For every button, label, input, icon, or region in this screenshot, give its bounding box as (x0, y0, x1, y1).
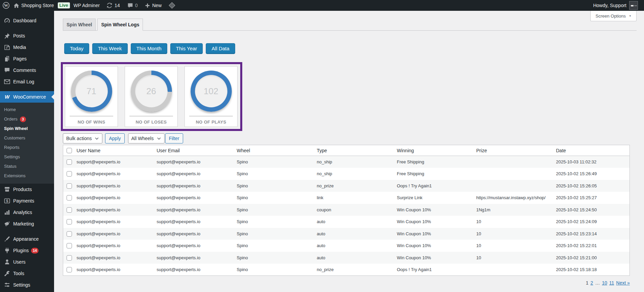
tools-icon (4, 270, 10, 277)
stat-divider (129, 116, 173, 116)
page-link-2[interactable]: 2 (591, 280, 593, 286)
sidebar-item-posts[interactable]: Posts (0, 30, 54, 42)
row-checkbox[interactable] (67, 219, 72, 224)
donut-chart: 102 (191, 71, 232, 112)
row-checkbox[interactable] (67, 231, 72, 237)
avatar (629, 1, 638, 10)
tab-spin-wheel-logs[interactable]: Spin Wheel Logs (97, 19, 143, 31)
comments-bubble-icon (127, 3, 133, 8)
cell-user-email: support@wpexperts.io (153, 228, 233, 240)
cell-winning: Win Coupon 10% (394, 204, 473, 216)
spin-wheel-logs-table: User NameUser EmailWheelTypeWinningPrize… (63, 145, 630, 276)
filter-button-all-data[interactable]: All Data (206, 43, 235, 54)
tab-spin-wheel[interactable]: Spin Wheel (63, 19, 96, 31)
filter-button-this-year[interactable]: This Year (170, 43, 203, 54)
submenu-item-spin-wheel[interactable]: Spin Wheel (0, 124, 54, 133)
updates-indicator[interactable]: 14 (104, 0, 123, 11)
cell-prize: 10 (473, 252, 553, 264)
submenu-item-extensions[interactable]: Extensions (0, 171, 54, 181)
plugins-icon (4, 247, 10, 254)
select-all-checkbox[interactable] (67, 148, 72, 153)
page-ellipsis: … (595, 280, 600, 286)
submenu-item-settings[interactable]: Settings (0, 152, 54, 162)
pagination: 12…1011Next » (63, 280, 630, 286)
row-checkbox[interactable] (67, 207, 72, 213)
row-checkbox[interactable] (67, 171, 72, 177)
sidebar-item-label: Products (13, 187, 32, 192)
sidebar-item-label: Pages (13, 56, 27, 61)
cell-date: 2025-10-02 15:24:50 (553, 204, 630, 216)
sidebar-item-appearance[interactable]: Appearance (0, 233, 54, 245)
cell-user-email: support@wpexperts.io (153, 216, 233, 228)
cell-date: 2025-10-02 15:25:27 (553, 192, 630, 204)
row-checkbox[interactable] (67, 159, 72, 165)
filter-button-today[interactable]: Today (64, 43, 89, 54)
cell-user-name: support@wpexperts.io (73, 240, 153, 252)
sidebar-item-tools[interactable]: Tools (0, 268, 54, 279)
sidebar-item-pages[interactable]: Pages (0, 53, 54, 64)
sidebar-item-email-log[interactable]: Email Log (0, 76, 54, 87)
comments-indicator[interactable]: 0 (125, 0, 141, 11)
sidebar-item-dashboard[interactable]: Dashboard (0, 15, 54, 26)
sidebar-item-settings[interactable]: Settings (0, 279, 54, 291)
cell-wheel: Spino (233, 240, 314, 252)
site-name-link[interactable]: Shopping Store (12, 0, 57, 11)
new-button[interactable]: New (142, 0, 164, 11)
sidebar-item-users[interactable]: Users (0, 256, 54, 268)
submenu-item-reports[interactable]: Reports (0, 143, 54, 152)
filter-button-this-month[interactable]: This Month (131, 43, 167, 54)
sidebar-item-media[interactable]: Media (0, 42, 54, 53)
cell-wheel: Spino (233, 264, 314, 276)
cell-prize: https://mustansar.instawp.xyz/shop/ (473, 192, 553, 204)
sidebar-item-comments[interactable]: Comments (0, 64, 54, 76)
screen-options-button[interactable]: Screen Options ▼ (590, 11, 637, 21)
admin-bar: W Shopping Store Live WP Adminer 14 0 (0, 0, 644, 11)
instawp-menu[interactable] (166, 0, 178, 11)
page-link-11[interactable]: 11 (609, 280, 614, 286)
wordpress-logo-menu[interactable]: W (0, 0, 12, 11)
page-link-next-[interactable]: Next » (616, 280, 630, 286)
stat-divider (70, 116, 113, 116)
submenu-item-status[interactable]: Status (0, 162, 54, 171)
row-checkbox[interactable] (67, 267, 72, 272)
chevron-down-icon (157, 137, 161, 140)
stats-box: 71NO OF WINS26NO OF LOSES102NO OF PLAYS (61, 62, 242, 131)
filter-button[interactable]: Filter (165, 133, 183, 143)
bulk-actions-select[interactable]: Bulk actions (63, 133, 102, 143)
sidebar-item-plugins[interactable]: Plugins14 (0, 245, 54, 256)
cell-user-name: support@wpexperts.io (73, 168, 153, 180)
cell-type: coupon (314, 204, 394, 216)
wheel-filter-select[interactable]: All Wheels (128, 133, 165, 143)
sidebar-item-marketing[interactable]: Marketing (0, 218, 54, 230)
submenu-item-customers[interactable]: Customers (0, 133, 54, 143)
cell-date: 2025-10-02 15:23:14 (553, 228, 630, 240)
woocommerce-icon: W (4, 94, 10, 100)
cell-user-email: support@wpexperts.io (153, 252, 233, 264)
account-menu[interactable]: Howdy, Support (593, 1, 644, 10)
sidebar-item-woocommerce[interactable]: WWooCommerce (0, 91, 54, 103)
sidebar-item-analytics[interactable]: Analytics (0, 207, 54, 218)
stat-label: NO OF WINS (65, 120, 118, 125)
filter-button-this-week[interactable]: This Week (92, 43, 128, 54)
row-checkbox[interactable] (67, 255, 72, 261)
submenu-item-orders[interactable]: Orders3 (0, 114, 54, 124)
cell-type: no_prize (314, 264, 394, 276)
sidebar-item-label: Comments (13, 68, 36, 73)
row-checkbox[interactable] (67, 195, 72, 201)
donut-value: 26 (135, 75, 168, 107)
row-checkbox[interactable] (67, 183, 72, 189)
submenu-item-home[interactable]: Home (0, 105, 54, 114)
sidebar-item-payments[interactable]: $Payments (0, 195, 54, 207)
submenu-item-label: Spin Wheel (4, 126, 28, 132)
cell-winning: Surprize Link (394, 192, 473, 204)
home-icon (14, 3, 19, 8)
page-link-10[interactable]: 10 (602, 280, 607, 286)
comments-icon (4, 67, 10, 74)
cell-wheel: Spino (233, 252, 314, 264)
sidebar-item-label: Tools (13, 271, 24, 276)
apply-button[interactable]: Apply (105, 133, 124, 143)
donut-chart: 71 (71, 71, 112, 112)
sidebar-item-products[interactable]: Products (0, 184, 54, 195)
wp-adminer-link[interactable]: WP Adminer (71, 0, 103, 11)
row-checkbox[interactable] (67, 243, 72, 248)
